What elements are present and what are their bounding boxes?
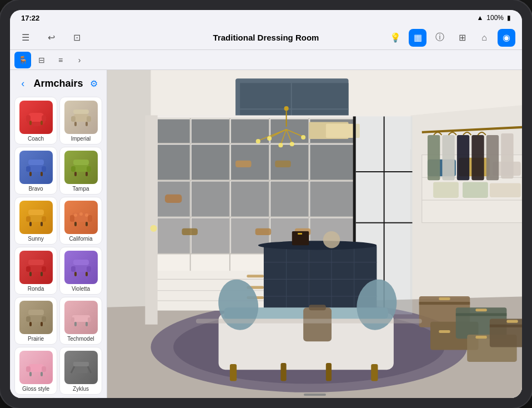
- home-button[interactable]: ⌂: [475, 29, 493, 47]
- svg-rect-50: [28, 314, 44, 322]
- svg-rect-3: [42, 115, 46, 122]
- ipad-frame: 17:22 ▲ 100% ▮ ☰ ↩ ⊡ Traditional Dressin…: [0, 0, 532, 408]
- svg-rect-171: [326, 363, 332, 381]
- svg-point-151: [301, 135, 305, 140]
- item-coach[interactable]: Coach: [14, 97, 57, 145]
- zyklus-label: Zyklus: [73, 386, 89, 392]
- svg-rect-185: [490, 183, 521, 197]
- svg-rect-7: [71, 116, 76, 122]
- item-ronda[interactable]: Ronda: [14, 247, 57, 295]
- svg-rect-170: [280, 363, 286, 381]
- library-button[interactable]: ▦: [409, 29, 426, 47]
- svg-rect-166: [298, 233, 302, 235]
- svg-rect-133: [247, 275, 264, 277]
- svg-rect-18: [73, 164, 89, 172]
- svg-rect-5: [41, 121, 43, 125]
- sidebar-items-grid: Coach I: [10, 94, 107, 398]
- item-zyklus[interactable]: Zyklus: [59, 347, 102, 395]
- svg-rect-112: [192, 181, 229, 216]
- trash-button[interactable]: ⊡: [68, 29, 86, 47]
- svg-rect-63: [42, 366, 46, 372]
- svg-rect-110: [310, 145, 353, 180]
- item-imperial[interactable]: Imperial: [59, 97, 102, 145]
- item-california[interactable]: California: [59, 197, 102, 245]
- svg-rect-103: [231, 120, 269, 143]
- svg-point-33: [74, 213, 77, 217]
- svg-rect-1: [28, 113, 44, 122]
- svg-rect-116: [158, 218, 190, 253]
- filter-button[interactable]: ⚙: [87, 76, 101, 91]
- svg-rect-118: [231, 218, 269, 253]
- sidebar-title: Armchairs: [33, 78, 83, 89]
- svg-rect-190: [471, 135, 484, 180]
- svg-rect-203: [490, 319, 522, 347]
- ronda-thumbnail: [19, 251, 53, 284]
- svg-point-153: [278, 143, 283, 147]
- svg-rect-32: [88, 215, 92, 222]
- ronda-label: Ronda: [28, 286, 44, 292]
- svg-rect-9: [73, 110, 89, 114]
- item-techmodel[interactable]: Techmodel: [59, 297, 102, 345]
- item-gloss[interactable]: Gloss style: [14, 347, 57, 395]
- svg-rect-19: [71, 166, 76, 172]
- svg-rect-114: [270, 181, 308, 216]
- california-label: California: [69, 236, 92, 242]
- svg-rect-187: [428, 135, 440, 180]
- bookmark-button[interactable]: ⊞: [453, 29, 471, 47]
- undo-button[interactable]: ↩: [42, 29, 60, 47]
- svg-rect-41: [28, 260, 44, 265]
- sub-toolbar: 🪑 ⊟ ≡ ›: [10, 50, 522, 70]
- svg-rect-27: [28, 210, 44, 215]
- hamburger-button[interactable]: ☰: [17, 29, 34, 47]
- svg-rect-28: [29, 222, 32, 226]
- item-sunny[interactable]: Sunny: [14, 197, 57, 245]
- svg-rect-38: [28, 264, 44, 272]
- sunny-thumbnail: [19, 201, 53, 234]
- 3d-view[interactable]: [107, 70, 522, 398]
- violetta-thumbnail: [64, 251, 98, 284]
- item-teal1[interactable]: ...: [14, 397, 57, 398]
- lightbulb-button[interactable]: 💡: [387, 29, 404, 47]
- image-tab[interactable]: ⊟: [33, 52, 50, 68]
- svg-line-68: [88, 366, 91, 373]
- list-tab[interactable]: ≡: [52, 52, 69, 68]
- svg-rect-107: [192, 145, 229, 180]
- expand-button[interactable]: ›: [71, 52, 88, 68]
- svg-point-150: [290, 142, 294, 146]
- svg-rect-56: [72, 315, 90, 322]
- svg-rect-36: [74, 222, 77, 226]
- imperial-label: Imperial: [71, 136, 91, 142]
- svg-rect-44: [73, 264, 89, 272]
- svg-rect-195: [439, 297, 450, 300]
- item-teal2[interactable]: ...: [59, 397, 102, 398]
- item-violetta[interactable]: Violetta: [59, 247, 102, 295]
- svg-rect-115: [310, 181, 353, 216]
- svg-rect-52: [42, 316, 46, 322]
- imperial-thumbnail: [64, 101, 98, 134]
- svg-rect-40: [42, 266, 46, 272]
- svg-rect-29: [41, 222, 43, 226]
- sunny-label: Sunny: [28, 236, 43, 242]
- svg-point-152: [267, 136, 272, 141]
- svg-rect-202: [475, 336, 486, 339]
- coach-label: Coach: [28, 136, 44, 142]
- furniture-tab[interactable]: 🪑: [14, 52, 31, 68]
- status-time: 17:22: [21, 14, 39, 22]
- violetta-label: Violetta: [72, 286, 90, 292]
- item-bravo[interactable]: Bravo: [14, 147, 57, 195]
- svg-rect-21: [73, 160, 89, 165]
- svg-rect-16: [29, 172, 32, 176]
- ar-button[interactable]: ◉: [498, 29, 515, 47]
- scroll-indicator: [304, 394, 326, 396]
- info-button[interactable]: ⓘ: [431, 29, 449, 47]
- toolbar-title: Traditional Dressing Room: [213, 33, 319, 42]
- item-tampa[interactable]: Tampa: [59, 147, 102, 195]
- svg-rect-204: [490, 325, 522, 327]
- item-prairie[interactable]: Prairie: [14, 297, 57, 345]
- svg-rect-59: [74, 322, 77, 326]
- svg-rect-189: [457, 135, 469, 180]
- svg-rect-101: [158, 120, 190, 143]
- back-button[interactable]: ‹: [16, 76, 30, 91]
- svg-rect-8: [87, 116, 91, 122]
- screen: 17:22 ▲ 100% ▮ ☰ ↩ ⊡ Traditional Dressin…: [10, 10, 522, 398]
